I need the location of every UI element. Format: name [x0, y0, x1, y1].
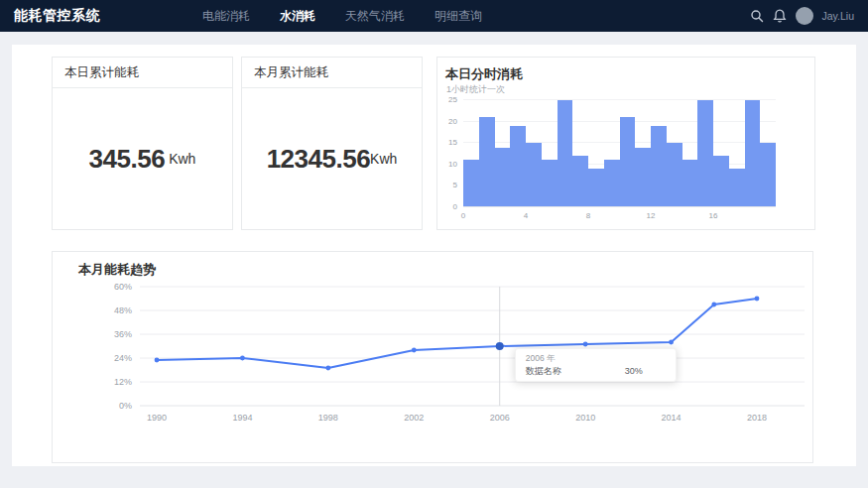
bar-hour-17[interactable]: [729, 169, 745, 207]
card-monthly-title: 本月累计能耗: [242, 58, 422, 88]
trend-point[interactable]: [711, 303, 716, 307]
bar-chart-xtick-label: 0: [461, 212, 465, 220]
bar-chart-ytick-label: 5: [453, 182, 457, 189]
bar-hour-2[interactable]: [495, 148, 511, 207]
trend-ytick-label: 36%: [92, 330, 132, 339]
bar-chart-ytick-label: 20: [448, 118, 457, 126]
nav-right: Jay.Liu: [750, 7, 855, 25]
trend-xtick-label: 2006: [490, 414, 510, 423]
trend-ytick-label: 0%: [92, 402, 132, 411]
bar-hour-13[interactable]: [667, 143, 682, 207]
card-monthly-body: 12345.56 Kwh: [242, 88, 422, 229]
trend-chart-plot[interactable]: [140, 287, 805, 406]
content-panel: 本日累计能耗 345.56 Kwh 本月累计能耗 12345.56 Kwh 本日…: [12, 45, 856, 466]
bar-hour-9[interactable]: [604, 160, 620, 207]
trend-point[interactable]: [325, 366, 330, 371]
nav-item-1[interactable]: 电能消耗: [187, 0, 265, 32]
bar-hour-1[interactable]: [479, 117, 495, 207]
bar-series: [463, 100, 776, 207]
trend-point[interactable]: [755, 297, 760, 302]
bar-hour-4[interactable]: [526, 143, 542, 207]
app-title: 能耗管控系统: [14, 7, 100, 25]
bar-chart-ytick-label: 15: [448, 139, 457, 147]
nav-item-3[interactable]: 天然气消耗: [330, 0, 420, 32]
trend-point[interactable]: [583, 342, 588, 347]
trend-point[interactable]: [240, 356, 245, 361]
bar-hour-10[interactable]: [620, 117, 636, 207]
bar-hour-5[interactable]: [542, 160, 558, 207]
search-icon[interactable]: [750, 9, 764, 23]
avatar[interactable]: [796, 7, 813, 25]
trend-chart-svg: [140, 287, 805, 406]
bar-hour-15[interactable]: [697, 100, 713, 207]
nav-menu: 电能消耗水消耗天然气消耗明细查询: [187, 0, 497, 32]
card-daily-body: 345.56 Kwh: [53, 88, 232, 229]
card-daily-title: 本日累计能耗: [53, 58, 232, 88]
bar-hour-8[interactable]: [588, 169, 604, 207]
nav-item-2[interactable]: 水消耗: [265, 0, 330, 32]
monthly-unit: Kwh: [370, 151, 397, 167]
trend-point-highlight[interactable]: [496, 342, 504, 350]
card-daily-total: 本日累计能耗 345.56 Kwh: [52, 57, 233, 230]
trend-point[interactable]: [155, 358, 160, 363]
bar-hour-7[interactable]: [572, 156, 588, 207]
nav-item-4[interactable]: 明细查询: [420, 0, 497, 32]
monthly-value: 12345.56: [267, 144, 370, 175]
trend-point[interactable]: [669, 340, 674, 345]
trend-xtick-label: 2018: [747, 414, 767, 423]
bar-chart-xtick-label: 8: [586, 212, 590, 220]
trend-xtick-label: 2010: [575, 414, 595, 423]
trend-xtick-label: 1990: [147, 414, 167, 423]
bar-hour-3[interactable]: [510, 126, 526, 207]
trend-xtick-label: 1998: [318, 414, 338, 423]
bar-chart-xtick-label: 12: [647, 212, 656, 220]
bar-chart-ytick-label: 25: [448, 96, 457, 104]
card-monthly-total: 本月累计能耗 12345.56 Kwh: [241, 57, 423, 230]
bar-hour-11[interactable]: [635, 148, 651, 207]
user-name[interactable]: Jay.Liu: [822, 10, 855, 22]
bar-hour-19[interactable]: [760, 143, 776, 207]
bar-hour-12[interactable]: [651, 126, 667, 207]
daily-value: 345.56: [89, 144, 166, 175]
trend-xtick-label: 2014: [662, 414, 682, 423]
bar-chart-title: 本日分时消耗: [445, 65, 523, 83]
bar-hour-6[interactable]: [558, 100, 573, 207]
bell-icon[interactable]: [773, 9, 787, 23]
bar-chart-ytick-label: 0: [453, 203, 457, 211]
trend-chart-title: 本月能耗趋势: [78, 261, 156, 279]
bar-chart-ytick-label: 10: [448, 161, 457, 169]
bar-chart-plot[interactable]: 05101520250481216: [463, 100, 776, 207]
card-trend-chart: 本月能耗趋势 0%12%24%36%48%60%1990199419982002…: [52, 251, 813, 463]
trend-ytick-label: 12%: [92, 378, 132, 387]
navbar: 能耗管控系统 电能消耗水消耗天然气消耗明细查询 Jay.Liu: [0, 0, 868, 32]
trend-xtick-label: 2002: [404, 414, 424, 423]
bar-hour-16[interactable]: [713, 156, 729, 207]
trend-point[interactable]: [412, 348, 417, 353]
bar-hour-14[interactable]: [682, 160, 698, 207]
trend-ytick-label: 60%: [92, 283, 132, 292]
bar-chart-xtick-label: 4: [524, 212, 528, 220]
card-hourly-chart: 本日分时消耗 1小时统计一次 05101520250481216: [436, 57, 815, 230]
trend-ytick-label: 24%: [92, 354, 132, 363]
bar-hour-0[interactable]: [463, 160, 479, 207]
trend-ytick-label: 48%: [92, 306, 132, 315]
bar-hour-18[interactable]: [745, 100, 761, 207]
bar-chart-xtick-label: 16: [709, 212, 718, 220]
trend-xtick-label: 1994: [232, 414, 252, 423]
daily-unit: Kwh: [169, 151, 195, 167]
